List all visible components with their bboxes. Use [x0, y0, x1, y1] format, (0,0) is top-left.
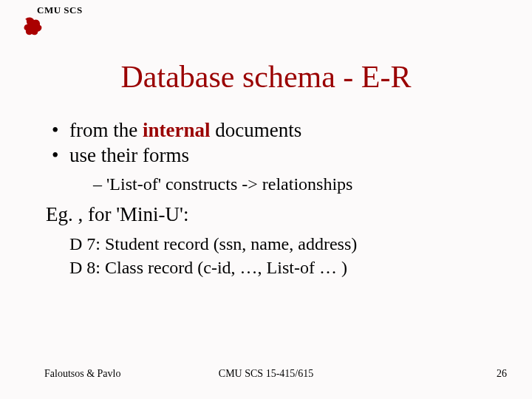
footer-page-number: 26 [497, 368, 507, 380]
sub-bullet-list: – 'List-of' constructs -> relationships [50, 173, 502, 195]
bullet-text-post: documents [210, 119, 301, 141]
doc-line: D 7: Student record (ssn, name, address) [69, 233, 502, 255]
slide-body: from the internal documents use their fo… [50, 118, 502, 280]
example-intro: Eg. , for 'Mini-U': [46, 202, 502, 228]
sub-bullet-item: – 'List-of' constructs -> relationships [93, 173, 502, 195]
bullet-item: use their forms [50, 143, 502, 168]
cmu-dragon-logo [22, 15, 44, 40]
bullet-text: use their forms [69, 144, 189, 166]
bullet-text-pre: from the [69, 119, 143, 141]
slide-footer: Faloutsos & Pavlo CMU SCS 15-415/615 26 [0, 368, 532, 380]
main-bullet-list: from the internal documents use their fo… [50, 118, 502, 168]
footer-authors: Faloutsos & Pavlo [44, 368, 120, 380]
bullet-text-emphasis: internal [143, 119, 211, 141]
document-examples: D 7: Student record (ssn, name, address)… [50, 233, 502, 279]
bullet-item: from the internal documents [50, 118, 502, 143]
slide-title: Database schema - E-R [0, 59, 532, 95]
doc-line: D 8: Class record (c-id, …, List-of … ) [69, 256, 502, 279]
footer-course: CMU SCS 15-415/615 [219, 368, 313, 380]
